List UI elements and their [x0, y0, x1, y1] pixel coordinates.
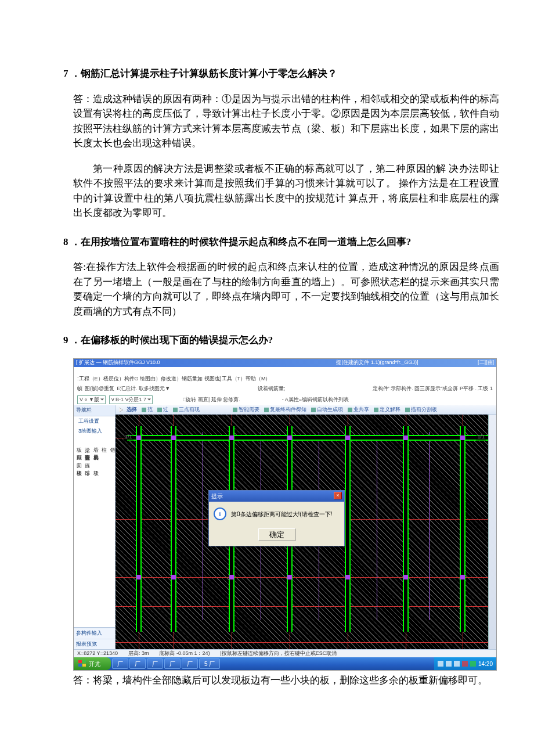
menu-bar[interactable]: :工程（E）楼层位）构件G 绘图由）修改道）钢筋量如 视图也)工具（T）帮助（M… — [74, 374, 496, 384]
window-title-right: [二][由] — [478, 359, 494, 367]
taskbar-task[interactable]: 厂 — [164, 658, 181, 669]
dialog-titlebar[interactable]: 提示 × — [209, 491, 344, 502]
tb-right[interactable]: 定构件' 示部构件. 圆三屏显示"或全屏 P平移 . 工级 1 — [373, 385, 493, 393]
ct-item[interactable]: 智能需要 — [233, 406, 259, 414]
q7-answer-p1: 答：造成这种错误的原因有两种：①是因为与提示出错的柱构件，相邻或相交的梁或板构件… — [73, 92, 499, 151]
ct-item[interactable]: 定义解释 — [374, 406, 400, 414]
q8-answer: 答:在操作方法上软件会根据画的时候的起点和终点来认柱的位置，造成这种情况的原因是… — [73, 260, 499, 319]
nav-component-tree[interactable]: 图链 柱墙 梁板 肌力前校立调装合层 自顾 旌囱 子板帝球 板楼 — [74, 437, 115, 628]
axis-label-right: 1/1 — [476, 433, 486, 441]
tray-clock: 14:20 — [478, 660, 493, 668]
tray-icon[interactable] — [470, 661, 476, 667]
dropdown-layer[interactable]: V « ▼版 — [77, 395, 106, 405]
select-tool[interactable]: 选择 — [119, 406, 137, 414]
nav-header: 导航栏 — [74, 405, 115, 416]
tray-icon[interactable] — [462, 661, 468, 667]
menu-items[interactable]: :工程（E）楼层位）构件G 绘图由）修改道）钢筋量如 视图也)工具（T）帮助（M… — [77, 375, 271, 383]
taskbar-task[interactable]: 厂 — [112, 658, 128, 669]
toolbar-secondary: V « ▼版 v B-1 V分层1 7 □旋转 画直| 延伸 忽修剪. - A属… — [74, 394, 496, 406]
close-icon[interactable]: × — [334, 492, 342, 499]
canvas-panel: 选择 范 过 三点画现 智能需要 复最终构件得知 自动生成项 业共享 定义解释 … — [116, 405, 496, 649]
windows-logo-icon — [78, 660, 86, 667]
status-elev: 底标高 -0.05m 1：24) — [159, 650, 210, 658]
window-titlebar: [ 扩展达 — 钢筋抽样软件GGJ V10.0 提(住建的文件 1.1)(gra… — [74, 359, 496, 367]
tray-icon[interactable] — [438, 661, 443, 667]
ct-item[interactable]: 描画分割板 — [405, 406, 437, 414]
tb-item[interactable]: 图(帧)@重复 — [85, 385, 114, 393]
ct-item[interactable]: 业共享 — [348, 406, 369, 414]
taskbar-task[interactable]: 厂 — [147, 658, 163, 669]
tray-icon[interactable] — [446, 661, 452, 667]
windows-taskbar: 开尤 厂 厂 厂 厂 厂 5 厂 14:20 — [74, 657, 496, 670]
nav-item-draw-input[interactable]: 3绘图输入 — [74, 426, 115, 437]
canvas-toolbar: 选择 范 过 三点画现 智能需要 复最终构件得知 自动生成项 业共享 定义解释 … — [116, 405, 496, 415]
cursor-icon — [119, 408, 125, 412]
info-icon: i — [214, 507, 226, 520]
window-title-left: [ 扩展达 — 钢筋抽样软件GGJ V10.0 — [76, 359, 277, 367]
taskbar-task[interactable]: 厂 — [129, 658, 146, 669]
embedded-screenshot: [ 扩展达 — 钢筋抽样软件GGJ V10.0 提(住建的文件 1.1)(gra… — [73, 358, 497, 671]
dropdown-component[interactable]: v B-1 V分层1 7 — [109, 395, 153, 405]
tb2-rotate-group[interactable]: □旋转 画直| 延伸 忽修剪. — [183, 396, 240, 404]
tb-item[interactable]: E汇总计. 取多找图元▼ — [117, 385, 170, 393]
ok-button[interactable]: 确定 — [258, 528, 295, 541]
status-bar: X=8272 Y=21340 层高: 3m 底标高 -0.05m 1：24) |… — [74, 649, 496, 657]
ct-item[interactable]: 复最终构件得知 — [264, 406, 306, 414]
window-title-mid: 提(住建的文件 1.1)(grand*fr._GGJ)] — [277, 359, 478, 367]
tb-item[interactable]: 帧 — [77, 385, 82, 393]
nav-panel: 导航栏 工程设置 3绘图输入 图链 柱墙 梁板 肌力前校立调装合层 自顾 旌囱 — [74, 405, 116, 649]
system-tray[interactable]: 14:20 — [434, 657, 496, 670]
q7-answer-p2: 第一种原因的解决方法是调整梁或者板不正确的标高就可以了，第二种原因的解 决办法即… — [73, 161, 499, 221]
ct-item[interactable]: 三点画现 — [173, 406, 200, 414]
tb2-prop-group[interactable]: - A属性=编辑钢筋以构件列表 — [282, 396, 349, 404]
q7-title: 7 ．钢筋汇总计算提示柱子计算纵筋长度计算小于零怎么解决？ — [73, 66, 499, 81]
q8-title: 8 ．在用按墙位置布置暗柱的时候软件提示起点和终点不在同一道墙上怎么回事? — [73, 235, 499, 250]
tb-mid[interactable]: 设着钢筋量; — [258, 385, 286, 393]
taskbar-task[interactable]: 5 厂 — [199, 658, 220, 669]
taskbar-task[interactable]: 厂 — [182, 658, 198, 669]
axis-label-left: 1/1 — [124, 433, 134, 441]
q9-answer: 答：将梁，墙构件全部隐藏后可以发现板边有一些小块的板，删除这些多余的板重新偏移即… — [73, 673, 499, 688]
toolbar-main: 帧 图(帧)@重复 E汇总计. 取多找图元▼ 设着钢筋量; 定构件' 示部构件.… — [74, 384, 496, 394]
nav-item-project-setting[interactable]: 工程设置 — [74, 416, 115, 427]
vertical-scrollbar[interactable] — [488, 415, 496, 649]
work-area: 导航栏 工程设置 3绘图输入 图链 柱墙 梁板 肌力前校立调装合层 自顾 旌囱 — [74, 405, 496, 649]
ct-item[interactable]: 自动生成项 — [311, 406, 343, 414]
ct-item[interactable]: 范 — [142, 406, 153, 414]
nav-foot-component-input[interactable]: 参构件输入 — [74, 628, 115, 639]
tray-icon[interactable] — [454, 661, 460, 667]
status-hint: |按鼠标左键连续偏移方向，按右键中止或ESC取消 — [220, 650, 337, 658]
status-coord: X=8272 Y=21340 — [77, 650, 118, 658]
drawing-canvas[interactable]: 1/1 1/1 提示 × i 第0条边偏移距离可能过大!(请检查一下! 确定 — [116, 415, 496, 649]
status-layer: 层高: 3m — [128, 650, 149, 658]
dialog-title: 提示 — [211, 492, 223, 501]
ct-item[interactable]: 过 — [157, 406, 168, 414]
q9-title: 9 ．在偏移板的时候出现下面的错误提示怎么办? — [73, 333, 499, 348]
dialog-message: 第0条边偏移距离可能过大!(请检查一下! — [231, 510, 332, 519]
message-dialog: 提示 × i 第0条边偏移距离可能过大!(请检查一下! 确定 — [208, 490, 345, 546]
start-button[interactable]: 开尤 — [74, 657, 111, 670]
nav-foot-report-preview[interactable]: 报表预览 — [74, 639, 115, 650]
